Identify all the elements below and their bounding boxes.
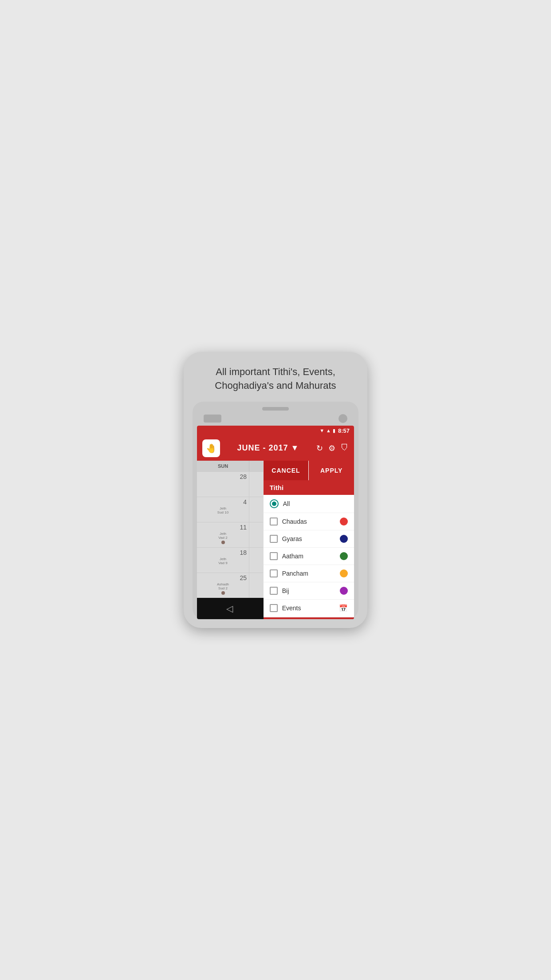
radio-inner-all — [272, 502, 276, 506]
cal-date: 11 — [199, 524, 247, 531]
screen: ▼ ▲ ▮ 8:57 🤚 JUNE - 2017 ▼ ↻ ⚙ ⛉ — [197, 426, 354, 619]
cal-date: 28 — [199, 473, 247, 480]
color-dot-bij — [340, 587, 348, 595]
filter-item-chaudas[interactable]: Chaudas — [264, 513, 354, 530]
cal-cell: 11 JethVad 2 — [197, 522, 249, 547]
cal-date: 4 — [199, 498, 247, 506]
mahurat-section-header: Mahurat — [264, 617, 354, 619]
cal-cell: 4 JethSud 10 — [197, 497, 249, 522]
battery-icon: ▮ — [333, 428, 335, 434]
apply-button[interactable]: APPLY — [309, 461, 354, 480]
tagline: All important Tithi's, Events, Choghadiy… — [193, 365, 358, 393]
cal-sub: JethSud 10 — [199, 506, 247, 514]
wifi-icon: ▼ — [319, 428, 324, 433]
phone-body: ▼ ▲ ▮ 8:57 🤚 JUNE - 2017 ▼ ↻ ⚙ ⛉ — [193, 402, 358, 619]
filter-label-bij: Bij — [282, 587, 335, 594]
cal-date: 18 — [199, 549, 247, 556]
filter-item-bij[interactable]: Bij — [264, 582, 354, 600]
filter-label-pancham: Pancham — [282, 570, 335, 577]
cal-sub: JethVad 2 — [199, 532, 247, 540]
app-bar: 🤚 JUNE - 2017 ▼ ↻ ⚙ ⛉ — [197, 436, 354, 461]
cal-sub: AshadhSud 2 — [199, 582, 247, 590]
cal-dot-brown — [221, 541, 225, 544]
app-title[interactable]: JUNE - 2017 ▼ — [224, 443, 312, 453]
home-button — [204, 415, 221, 423]
cal-date: 25 — [199, 574, 247, 581]
phone-wrapper: All important Tithi's, Events, Choghadiy… — [184, 352, 367, 628]
filter-item-pancham[interactable]: Pancham — [264, 565, 354, 582]
signal-icon: ▲ — [326, 428, 331, 433]
radio-all[interactable] — [270, 499, 279, 508]
filter-item-aatham[interactable]: Aatham — [264, 548, 354, 565]
cal-day-sun: SUN — [197, 461, 249, 471]
status-icons: ▼ ▲ ▮ — [319, 428, 335, 434]
filter-item-all[interactable]: All — [264, 495, 354, 513]
tithi-filter-list: All Chaudas Gyaras — [264, 495, 354, 617]
filter-label-all: All — [283, 500, 348, 507]
status-bar: ▼ ▲ ▮ 8:57 — [197, 426, 354, 436]
color-dot-pancham — [340, 569, 348, 577]
status-time: 8:57 — [338, 427, 350, 434]
back-nav-icon[interactable]: ◁ — [226, 603, 233, 614]
calendar-area: SUN MON TU 28 29 — [197, 461, 354, 598]
camera-dot — [338, 414, 347, 423]
phone-speaker — [262, 407, 289, 411]
phone-btn-row — [197, 414, 354, 426]
checkbox-bij[interactable] — [270, 587, 278, 595]
filter-panel: CANCEL APPLY Tithi All — [263, 461, 354, 598]
checkbox-chaudas[interactable] — [270, 518, 278, 526]
color-dot-aatham — [340, 552, 348, 560]
refresh-icon[interactable]: ↻ — [316, 443, 323, 453]
cal-cell: 18 JethVad 9 — [197, 548, 249, 573]
checkbox-gyaras[interactable] — [270, 535, 278, 543]
settings-icon[interactable]: ⚙ — [328, 443, 335, 453]
cal-cell: 28 — [197, 472, 249, 497]
filter-label-events: Events — [282, 605, 335, 612]
app-logo: 🤚 — [202, 439, 220, 457]
cal-cell: 25 AshadhSud 2 — [197, 573, 249, 598]
app-bar-icons: ↻ ⚙ ⛉ — [316, 443, 349, 453]
filter-item-events[interactable]: Events 📅 — [264, 600, 354, 617]
color-dot-chaudas — [340, 518, 348, 526]
cancel-button[interactable]: CANCEL — [264, 461, 309, 480]
filter-icon[interactable]: ⛉ — [341, 443, 349, 453]
tithi-section-header: Tithi — [264, 480, 354, 495]
checkbox-pancham[interactable] — [270, 569, 278, 577]
filter-item-gyaras[interactable]: Gyaras — [264, 530, 354, 548]
events-icon: 📅 — [339, 604, 348, 612]
filter-label-aatham: Aatham — [282, 553, 335, 560]
color-dot-gyaras — [340, 535, 348, 543]
checkbox-events[interactable] — [270, 604, 278, 612]
action-buttons: CANCEL APPLY — [264, 461, 354, 480]
cal-sub: JethVad 9 — [199, 557, 247, 565]
filter-label-chaudas: Chaudas — [282, 518, 335, 525]
filter-label-gyaras: Gyaras — [282, 535, 335, 542]
checkbox-aatham[interactable] — [270, 552, 278, 560]
cal-dot-brown2 — [221, 591, 225, 595]
logo-emoji: 🤚 — [206, 443, 217, 454]
